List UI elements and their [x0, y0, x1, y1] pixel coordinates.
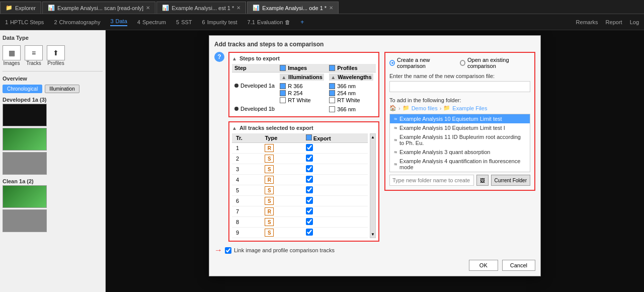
track-export[interactable]: [302, 206, 368, 217]
bc-demo-files[interactable]: Demo files: [412, 105, 438, 111]
ok-button[interactable]: OK: [469, 260, 498, 271]
help-icon[interactable]: ?: [214, 52, 224, 62]
close-icon[interactable]: ✕: [329, 5, 333, 11]
track-type: S: [261, 196, 301, 206]
nav-item-chrom[interactable]: 2 Chromatography: [54, 19, 100, 25]
r366-checkbox[interactable]: [280, 83, 286, 89]
close-icon[interactable]: ✕: [146, 5, 150, 11]
collapse-arrow-a[interactable]: ▲: [232, 56, 237, 61]
tab-ode[interactable]: 📊 Example Analysi... ode 1 * ✕: [247, 2, 339, 14]
radio-open-dot[interactable]: [460, 60, 465, 66]
close-icon[interactable]: ✕: [236, 5, 240, 11]
wl254-checkbox[interactable]: [329, 90, 335, 96]
track-export[interactable]: [302, 196, 368, 206]
profiles-checkbox[interactable]: [329, 65, 335, 71]
collapse-illuminations[interactable]: ▲: [281, 75, 286, 80]
scroll-bar[interactable]: ▲ ▼: [370, 133, 376, 238]
radio-create[interactable]: Create a new comparison: [389, 57, 452, 69]
collapse-wavelengths[interactable]: ▲: [331, 75, 336, 80]
track-export[interactable]: [302, 185, 368, 196]
group-label: Developed 1a (3): [3, 95, 103, 104]
current-folder-btn[interactable]: Current Folder: [491, 175, 530, 186]
nav-item-impurity[interactable]: 6 Impurity test: [202, 19, 237, 25]
nav-right-actions: Remarks Report Log: [576, 19, 639, 25]
tab-explorer[interactable]: 📁 Explorer: [0, 2, 41, 14]
comparison-name-input[interactable]: [389, 81, 530, 92]
nav-item-evaluation[interactable]: 7.1 Evaluation 🗑: [248, 19, 291, 25]
track-export[interactable]: [302, 143, 368, 154]
thumb-green[interactable]: [3, 128, 47, 151]
track-export[interactable]: [302, 228, 368, 238]
new-folder-row: 🖼 Current Folder: [389, 175, 530, 186]
wl366-checkbox[interactable]: [329, 83, 335, 89]
radio-open-label: Open an existing comparison: [467, 57, 530, 69]
nav-item-data[interactable]: 3 Data: [110, 18, 127, 26]
remarks-button[interactable]: Remarks: [576, 19, 598, 25]
step1-wl-366: 366 nm: [329, 83, 373, 90]
tab-est[interactable]: 📊 Example Analysi... est 1 * ✕: [156, 2, 246, 14]
track-num: 2: [232, 154, 261, 164]
thumb-dark[interactable]: [3, 104, 47, 126]
nav-item-hptlc[interactable]: 1 HPTLC Steps: [5, 19, 44, 25]
dialog-body: ? ▲ Steps to export: [214, 52, 535, 242]
images-checkbox[interactable]: [280, 65, 286, 71]
tracks-icon-btn[interactable]: ≡ Tracks: [25, 45, 43, 66]
log-button[interactable]: Log: [630, 19, 639, 25]
wlrtw-checkbox[interactable]: [329, 97, 335, 103]
home-icon[interactable]: 🏠: [389, 105, 396, 111]
report-button[interactable]: Report: [606, 19, 622, 25]
nav-item-spectrum[interactable]: 4 Spectrum: [137, 19, 166, 25]
bc-example-files[interactable]: Example Files: [452, 105, 487, 111]
file-item-2[interactable]: ≈ Example Analysis 11 ID Bupleurim root …: [390, 132, 530, 148]
sidebar: Data Type ▦ Images ≡ Tracks ⬆ Profiles O…: [0, 30, 106, 292]
rtwhite-label: RT White: [288, 97, 310, 103]
track-export[interactable]: [302, 154, 368, 164]
collapse-arrow-b[interactable]: ▲: [232, 125, 237, 131]
radio-open[interactable]: Open an existing comparison: [460, 57, 530, 69]
est-icon: 📊: [162, 5, 169, 11]
file-item-4[interactable]: ≈ Example Analysis 4 quantification in f…: [390, 157, 530, 172]
s2wl366-checkbox[interactable]: [329, 106, 335, 112]
file-icon-1: ≈: [394, 125, 397, 131]
step1-img-r366: R 366: [280, 83, 324, 90]
step1-img-rtwhite: RT White: [280, 97, 324, 104]
dialog-title: Add tracks and steps to a comparison: [214, 41, 535, 48]
new-folder-icon-btn[interactable]: 🖼: [476, 175, 489, 186]
chronological-tab[interactable]: Chronological: [3, 85, 42, 93]
file-item-0[interactable]: ≈ Example Analysis 10 Equisetum Limit te…: [390, 114, 530, 123]
file-item-3[interactable]: ≈ Example Analysis 3 quant absorption: [390, 148, 530, 157]
scroll-up-icon[interactable]: ▲: [371, 135, 375, 139]
nav-plus-button[interactable]: +: [300, 19, 304, 26]
export-cb[interactable]: [306, 134, 312, 140]
col-images: Images: [277, 64, 327, 72]
new-folder-input[interactable]: [389, 175, 474, 186]
images-icon-btn[interactable]: ▦ Images: [3, 45, 21, 66]
name-input-label: Enter the name of the new comparison fil…: [389, 73, 530, 79]
radio-create-dot[interactable]: [389, 60, 395, 66]
step2-wl-366: 366 nm: [329, 106, 373, 113]
profiles-icon-btn[interactable]: ⬆ Profiles: [47, 45, 65, 66]
scroll-down-icon[interactable]: ▼: [371, 232, 375, 237]
thumb-green2[interactable]: [3, 185, 47, 208]
thumb-gray2[interactable]: [3, 209, 47, 232]
track-row: 8 S: [232, 217, 368, 228]
r254-checkbox[interactable]: [280, 90, 286, 96]
tab-scan[interactable]: 📊 Example Analysi... scan [read-only] ✕: [42, 2, 155, 14]
tab-label: Example Analysi... est 1 *: [172, 5, 234, 11]
step-row-1: Developed 1a R 366: [232, 82, 376, 105]
cancel-button[interactable]: Cancel: [502, 260, 535, 271]
profiles-icon-box: ⬆: [47, 45, 65, 60]
link-checkbox[interactable]: [225, 247, 231, 254]
nav-item-sst[interactable]: 5 SST: [176, 19, 192, 25]
tab-label: Explorer: [15, 5, 36, 11]
illumination-tab[interactable]: Illumination: [45, 85, 79, 93]
track-export[interactable]: [302, 217, 368, 228]
rtwhite-checkbox[interactable]: [280, 97, 286, 103]
track-export[interactable]: [302, 164, 368, 175]
track-num: 1: [232, 143, 261, 154]
nav-num: 3: [110, 18, 113, 24]
nav-num: 6: [202, 19, 205, 25]
track-export[interactable]: [302, 175, 368, 185]
thumb-gray[interactable]: [3, 152, 47, 175]
file-item-1[interactable]: ≈ Example Analysis 10 Equisetum Limit te…: [390, 123, 530, 132]
